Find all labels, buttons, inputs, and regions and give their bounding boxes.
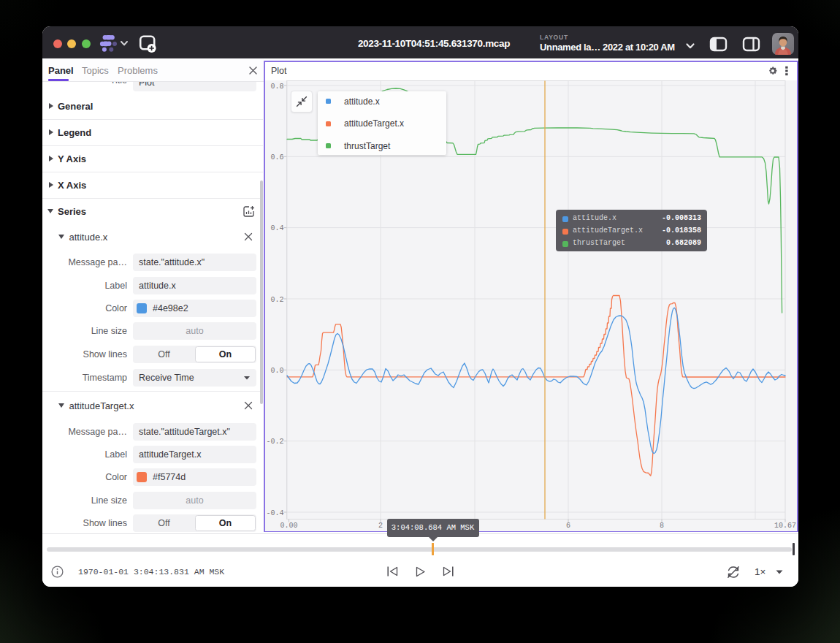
svg-text:2: 2 [378, 522, 383, 530]
svg-text:-0.4: -0.4 [266, 509, 283, 517]
svg-text:0.6: 0.6 [270, 153, 283, 161]
svg-text:8: 8 [660, 522, 664, 530]
svg-text:0.0: 0.0 [270, 367, 283, 375]
svg-text:10.67: 10.67 [774, 522, 796, 530]
svg-text:0.00: 0.00 [280, 522, 297, 530]
svg-text:0.8: 0.8 [270, 83, 283, 91]
svg-text:6: 6 [566, 522, 570, 530]
svg-text:0.4: 0.4 [270, 224, 283, 232]
svg-text:0.2: 0.2 [270, 296, 283, 304]
svg-text:-0.2: -0.2 [266, 438, 283, 446]
